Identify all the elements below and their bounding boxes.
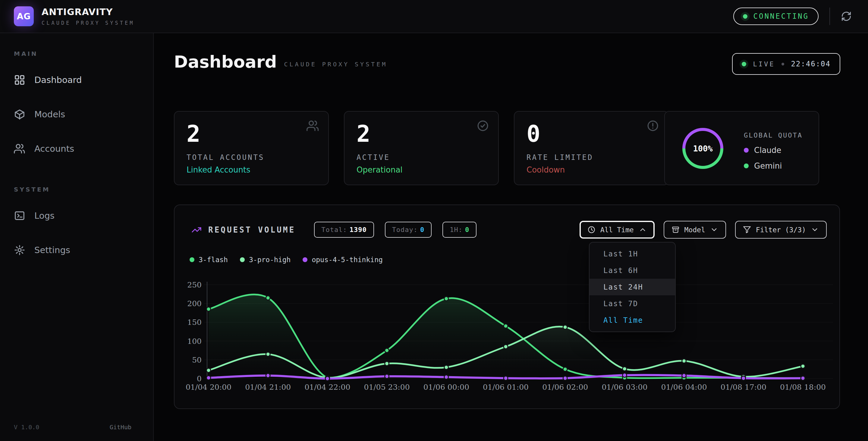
legend-label: 3-flash: [198, 256, 228, 264]
brand: AG ANTIGRAVITY CLAUDE PROXY SYSTEM: [0, 6, 134, 26]
time-range-dropdown: Last 1H Last 6H Last 24H Last 7D All Tim…: [589, 242, 676, 332]
status-dot-icon: [743, 14, 747, 19]
refresh-icon: [841, 11, 852, 22]
stat-pill-total: Total:1390: [314, 222, 374, 238]
card-subtext: Operational: [356, 165, 486, 174]
stat-value: 1390: [350, 226, 367, 233]
alert-circle-icon: [647, 119, 659, 133]
svg-text:01/06 03:00: 01/06 03:00: [601, 383, 647, 391]
request-volume-panel: REQUEST VOLUME Total:1390 Today:0 1H:0 A…: [174, 205, 840, 409]
sidebar-item-settings[interactable]: Settings: [14, 241, 153, 259]
sidebar-section-system: SYSTEM: [14, 186, 153, 193]
sidebar-item-models[interactable]: Models: [14, 105, 153, 124]
app-logo: AG: [14, 6, 34, 26]
legend-item-3-pro-high: 3-pro-high: [240, 256, 290, 264]
card-active: 2 ACTIVE Operational: [344, 111, 499, 185]
quota-legend-gemini: Gemini: [744, 161, 803, 170]
app-version: V 1.0.0: [14, 423, 39, 431]
sidebar-item-label: Accounts: [34, 144, 74, 154]
svg-text:01/04 21:00: 01/04 21:00: [245, 383, 291, 391]
svg-text:200: 200: [187, 299, 202, 308]
card-label: RATE LIMITED: [527, 153, 656, 162]
card-label: TOTAL ACCOUNTS: [187, 153, 316, 162]
dropdown-item-last-24h[interactable]: Last 24H: [590, 279, 675, 295]
legend-item-3-flash: 3-flash: [190, 256, 228, 264]
dropdown-item-all-time[interactable]: All Time: [590, 312, 675, 328]
separator-dot: [781, 63, 784, 65]
trending-up-icon: [191, 225, 202, 235]
sidebar-item-label: Models: [34, 109, 65, 119]
quota-legend-claude: Claude: [744, 146, 803, 155]
card-total-accounts: 2 TOTAL ACCOUNTS Linked Accounts: [174, 111, 329, 185]
svg-text:0: 0: [197, 374, 202, 383]
connection-status-badge: CONNECTING: [733, 7, 819, 25]
clock-icon: [587, 226, 595, 234]
stat-value: 0: [465, 226, 469, 233]
archive-icon: [672, 226, 680, 234]
live-dot-icon: [742, 62, 746, 66]
time-range-button[interactable]: All Time: [580, 221, 655, 239]
live-label: LIVE: [753, 60, 775, 68]
connection-status-label: CONNECTING: [753, 12, 809, 21]
stat-label: 1H:: [450, 226, 463, 233]
card-rate-limited: 0 RATE LIMITED Cooldown: [514, 111, 669, 185]
terminal-icon: [14, 210, 25, 222]
page-subtitle: CLAUDE PROXY SYSTEM: [284, 61, 388, 68]
dropdown-item-last-6h[interactable]: Last 6H: [590, 262, 675, 279]
quota-percent: 100%: [693, 144, 712, 153]
card-value: 2: [356, 122, 486, 146]
sidebar-item-dashboard[interactable]: Dashboard: [14, 70, 153, 89]
svg-text:01/04 22:00: 01/04 22:00: [304, 383, 350, 391]
quota-label: GLOBAL QUOTA: [744, 131, 803, 139]
model-filter-button[interactable]: Model: [664, 221, 726, 239]
stat-label: Today:: [392, 226, 418, 233]
stat-pill-today: Today:0: [385, 222, 432, 238]
time-range-value: All Time: [600, 226, 634, 234]
svg-text:01/06 00:00: 01/06 00:00: [424, 383, 469, 391]
stat-value: 0: [420, 226, 424, 233]
chart-title: REQUEST VOLUME: [208, 225, 296, 234]
legend-item-opus: opus-4-5-thinking: [303, 256, 382, 264]
legend-dot-icon: [744, 164, 749, 168]
sidebar-item-accounts[interactable]: Accounts: [14, 139, 153, 158]
legend-dot-icon: [744, 148, 749, 153]
sidebar-item-label: Settings: [34, 245, 70, 255]
users-icon: [307, 119, 319, 133]
legend-label: opus-4-5-thinking: [312, 256, 382, 264]
request-volume-chart: 05010015020025001/04 20:0001/04 21:0001/…: [175, 277, 841, 409]
filter-label: Filter (3/3): [756, 226, 806, 234]
svg-text:01/08 18:00: 01/08 18:00: [780, 383, 826, 391]
legend-label: 3-pro-high: [249, 256, 290, 264]
users-icon: [14, 143, 25, 154]
chevron-down-icon: [811, 226, 819, 234]
card-subtext: Linked Accounts: [187, 165, 316, 174]
check-circle-icon: [476, 119, 489, 133]
grid-icon: [14, 74, 25, 86]
stat-pill-1h: 1H:0: [442, 222, 476, 238]
legend-dot-icon: [190, 257, 194, 262]
sidebar-item-logs[interactable]: Logs: [14, 206, 153, 225]
dropdown-item-last-7d[interactable]: Last 7D: [590, 295, 675, 312]
filter-button[interactable]: Filter (3/3): [735, 221, 827, 239]
github-link[interactable]: GitHub: [110, 423, 131, 431]
gear-icon: [14, 244, 25, 256]
app-subtitle: CLAUDE PROXY SYSTEM: [41, 20, 134, 26]
funnel-icon: [743, 226, 751, 234]
main-content: Dashboard CLAUDE PROXY SYSTEM LIVE 22:46…: [154, 33, 868, 441]
sidebar-section-main: MAIN: [14, 50, 153, 57]
card-value: 0: [527, 122, 656, 146]
refresh-button[interactable]: [841, 11, 852, 22]
svg-text:150: 150: [187, 318, 202, 327]
sidebar: MAIN Dashboard Models Accounts SYSTEM: [0, 33, 154, 441]
svg-text:250: 250: [187, 281, 202, 289]
dropdown-item-last-1h[interactable]: Last 1H: [590, 245, 675, 262]
package-icon: [14, 109, 25, 120]
page-title: Dashboard: [174, 52, 277, 71]
quota-legend-label: Claude: [754, 146, 781, 155]
card-subtext: Cooldown: [527, 165, 656, 174]
sidebar-item-label: Dashboard: [34, 75, 82, 85]
svg-text:01/08 17:00: 01/08 17:00: [721, 383, 767, 391]
app-topbar: AG ANTIGRAVITY CLAUDE PROXY SYSTEM CONNE…: [0, 0, 868, 33]
chevron-up-icon: [639, 226, 647, 234]
chevron-down-icon: [710, 226, 718, 234]
